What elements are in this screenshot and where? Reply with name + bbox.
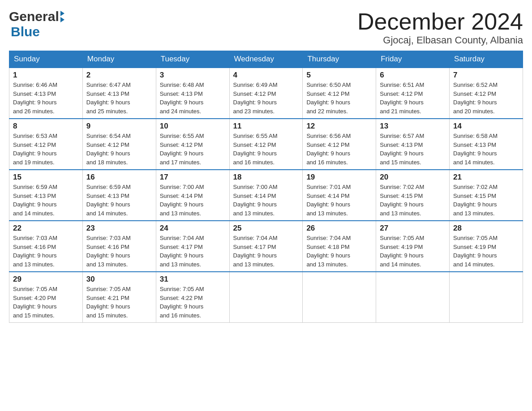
calendar-cell: 12 Sunrise: 6:56 AM Sunset: 4:12 PM Dayl… xyxy=(303,119,376,170)
calendar-cell: 19 Sunrise: 7:01 AM Sunset: 4:14 PM Dayl… xyxy=(303,170,376,221)
day-number: 31 xyxy=(160,275,226,284)
day-info: Sunrise: 6:54 AM Sunset: 4:12 PM Dayligh… xyxy=(86,133,131,166)
calendar-cell: 21 Sunrise: 7:02 AM Sunset: 4:15 PM Dayl… xyxy=(450,170,523,221)
day-number: 16 xyxy=(86,173,152,182)
calendar-cell xyxy=(450,272,523,323)
day-number: 4 xyxy=(233,71,299,80)
day-info: Sunrise: 6:49 AM Sunset: 4:12 PM Dayligh… xyxy=(233,81,278,115)
day-info: Sunrise: 6:46 AM Sunset: 4:13 PM Dayligh… xyxy=(13,81,57,115)
day-info: Sunrise: 7:03 AM Sunset: 4:16 PM Dayligh… xyxy=(13,235,57,268)
calendar-cell: 3 Sunrise: 6:48 AM Sunset: 4:13 PM Dayli… xyxy=(156,68,229,119)
day-info: Sunrise: 7:03 AM Sunset: 4:16 PM Dayligh… xyxy=(86,235,131,268)
calendar-cell: 25 Sunrise: 7:04 AM Sunset: 4:17 PM Dayl… xyxy=(229,221,303,272)
day-info: Sunrise: 6:52 AM Sunset: 4:12 PM Dayligh… xyxy=(453,81,498,115)
calendar-cell: 18 Sunrise: 7:00 AM Sunset: 4:14 PM Dayl… xyxy=(229,170,303,221)
day-number: 17 xyxy=(160,173,226,182)
day-number: 2 xyxy=(86,71,152,80)
calendar-cell: 30 Sunrise: 7:05 AM Sunset: 4:21 PM Dayl… xyxy=(82,272,156,323)
day-info: Sunrise: 6:55 AM Sunset: 4:12 PM Dayligh… xyxy=(233,133,278,166)
logo-triangles-icon xyxy=(60,11,64,22)
day-number: 6 xyxy=(380,71,446,80)
calendar-cell xyxy=(376,272,450,323)
logo-general-text: General xyxy=(9,9,59,24)
day-info: Sunrise: 6:55 AM Sunset: 4:12 PM Dayligh… xyxy=(160,133,204,166)
day-info: Sunrise: 7:05 AM Sunset: 4:22 PM Dayligh… xyxy=(160,286,204,319)
calendar-cell: 28 Sunrise: 7:05 AM Sunset: 4:19 PM Dayl… xyxy=(450,221,523,272)
calendar-cell: 5 Sunrise: 6:50 AM Sunset: 4:12 PM Dayli… xyxy=(303,68,376,119)
day-number: 1 xyxy=(13,71,79,80)
calendar-cell: 17 Sunrise: 7:00 AM Sunset: 4:14 PM Dayl… xyxy=(156,170,229,221)
day-info: Sunrise: 7:02 AM Sunset: 4:15 PM Dayligh… xyxy=(380,184,424,217)
weekday-header-tuesday: Tuesday xyxy=(156,51,229,68)
calendar-cell: 15 Sunrise: 6:59 AM Sunset: 4:13 PM Dayl… xyxy=(9,170,83,221)
day-info: Sunrise: 7:04 AM Sunset: 4:17 PM Dayligh… xyxy=(233,235,278,268)
day-number: 26 xyxy=(306,224,372,233)
calendar-cell: 2 Sunrise: 6:47 AM Sunset: 4:13 PM Dayli… xyxy=(82,68,156,119)
calendar-cell: 9 Sunrise: 6:54 AM Sunset: 4:12 PM Dayli… xyxy=(82,119,156,170)
day-number: 18 xyxy=(233,173,299,182)
weekday-header-monday: Monday xyxy=(82,51,156,68)
calendar-cell: 11 Sunrise: 6:55 AM Sunset: 4:12 PM Dayl… xyxy=(229,119,303,170)
calendar-week-4: 22 Sunrise: 7:03 AM Sunset: 4:16 PM Dayl… xyxy=(9,221,523,272)
weekday-header-thursday: Thursday xyxy=(303,51,376,68)
day-info: Sunrise: 7:01 AM Sunset: 4:14 PM Dayligh… xyxy=(306,184,351,217)
day-info: Sunrise: 7:05 AM Sunset: 4:21 PM Dayligh… xyxy=(86,286,131,319)
day-info: Sunrise: 7:05 AM Sunset: 4:19 PM Dayligh… xyxy=(453,235,498,268)
day-info: Sunrise: 7:02 AM Sunset: 4:15 PM Dayligh… xyxy=(453,184,498,217)
calendar-cell: 24 Sunrise: 7:04 AM Sunset: 4:17 PM Dayl… xyxy=(156,221,229,272)
day-info: Sunrise: 6:59 AM Sunset: 4:13 PM Dayligh… xyxy=(86,184,131,217)
calendar-table: SundayMondayTuesdayWednesdayThursdayFrid… xyxy=(9,51,523,323)
day-info: Sunrise: 7:00 AM Sunset: 4:14 PM Dayligh… xyxy=(160,184,204,217)
day-number: 29 xyxy=(13,275,79,284)
logo-blue-text: Blue xyxy=(11,24,40,39)
calendar-week-3: 15 Sunrise: 6:59 AM Sunset: 4:13 PM Dayl… xyxy=(9,170,523,221)
day-number: 8 xyxy=(13,122,79,131)
calendar-cell: 22 Sunrise: 7:03 AM Sunset: 4:16 PM Dayl… xyxy=(9,221,83,272)
calendar-cell: 10 Sunrise: 6:55 AM Sunset: 4:12 PM Dayl… xyxy=(156,119,229,170)
day-number: 3 xyxy=(160,71,226,80)
day-info: Sunrise: 6:53 AM Sunset: 4:12 PM Dayligh… xyxy=(13,133,57,166)
calendar-week-2: 8 Sunrise: 6:53 AM Sunset: 4:12 PM Dayli… xyxy=(9,119,523,170)
day-number: 7 xyxy=(453,71,519,80)
day-info: Sunrise: 7:04 AM Sunset: 4:17 PM Dayligh… xyxy=(160,235,204,268)
day-number: 5 xyxy=(306,71,372,80)
calendar-cell xyxy=(303,272,376,323)
day-number: 10 xyxy=(160,122,226,131)
calendar-cell: 4 Sunrise: 6:49 AM Sunset: 4:12 PM Dayli… xyxy=(229,68,303,119)
day-number: 15 xyxy=(13,173,79,182)
calendar-cell: 13 Sunrise: 6:57 AM Sunset: 4:13 PM Dayl… xyxy=(376,119,450,170)
day-info: Sunrise: 6:47 AM Sunset: 4:13 PM Dayligh… xyxy=(86,81,131,115)
day-number: 24 xyxy=(160,224,226,233)
calendar-cell: 20 Sunrise: 7:02 AM Sunset: 4:15 PM Dayl… xyxy=(376,170,450,221)
calendar-cell: 1 Sunrise: 6:46 AM Sunset: 4:13 PM Dayli… xyxy=(9,68,83,119)
calendar-cell: 8 Sunrise: 6:53 AM Sunset: 4:12 PM Dayli… xyxy=(9,119,83,170)
day-info: Sunrise: 6:48 AM Sunset: 4:13 PM Dayligh… xyxy=(160,81,204,115)
day-info: Sunrise: 7:00 AM Sunset: 4:14 PM Dayligh… xyxy=(233,184,278,217)
day-info: Sunrise: 7:05 AM Sunset: 4:19 PM Dayligh… xyxy=(380,235,424,268)
day-number: 27 xyxy=(380,224,446,233)
day-info: Sunrise: 6:59 AM Sunset: 4:13 PM Dayligh… xyxy=(13,184,57,217)
calendar-cell: 27 Sunrise: 7:05 AM Sunset: 4:19 PM Dayl… xyxy=(376,221,450,272)
calendar-cell: 7 Sunrise: 6:52 AM Sunset: 4:12 PM Dayli… xyxy=(450,68,523,119)
calendar-cell xyxy=(229,272,303,323)
day-number: 20 xyxy=(380,173,446,182)
day-info: Sunrise: 7:04 AM Sunset: 4:18 PM Dayligh… xyxy=(306,235,351,268)
month-title: December 2024 xyxy=(357,9,523,34)
weekday-header-saturday: Saturday xyxy=(450,51,523,68)
calendar-cell: 26 Sunrise: 7:04 AM Sunset: 4:18 PM Dayl… xyxy=(303,221,376,272)
day-number: 21 xyxy=(453,173,519,182)
calendar-cell: 23 Sunrise: 7:03 AM Sunset: 4:16 PM Dayl… xyxy=(82,221,156,272)
day-number: 30 xyxy=(86,275,152,284)
logo: General Blue xyxy=(9,9,64,39)
weekday-header-wednesday: Wednesday xyxy=(229,51,303,68)
day-info: Sunrise: 6:57 AM Sunset: 4:13 PM Dayligh… xyxy=(380,133,424,166)
calendar-cell: 6 Sunrise: 6:51 AM Sunset: 4:12 PM Dayli… xyxy=(376,68,450,119)
title-block: December 2024 Gjocaj, Elbasan County, Al… xyxy=(357,9,523,46)
day-info: Sunrise: 6:51 AM Sunset: 4:12 PM Dayligh… xyxy=(380,81,424,115)
day-info: Sunrise: 6:56 AM Sunset: 4:12 PM Dayligh… xyxy=(306,133,351,166)
day-number: 12 xyxy=(306,122,372,131)
day-number: 23 xyxy=(86,224,152,233)
calendar-cell: 16 Sunrise: 6:59 AM Sunset: 4:13 PM Dayl… xyxy=(82,170,156,221)
weekday-header-sunday: Sunday xyxy=(9,51,83,68)
day-number: 25 xyxy=(233,224,299,233)
